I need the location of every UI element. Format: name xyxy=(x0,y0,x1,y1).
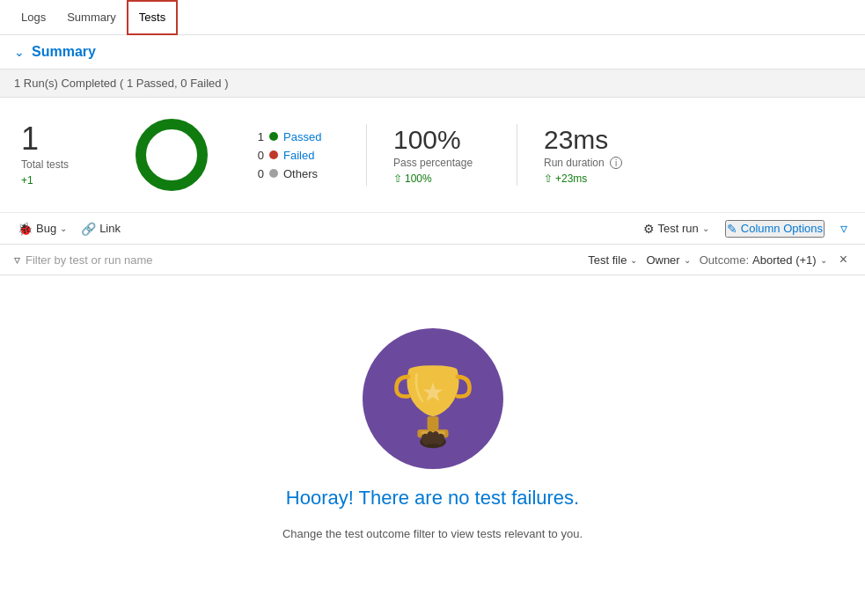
summary-section-header: ⌄ Summary xyxy=(0,35,865,70)
legend-passed: 1 Passed xyxy=(252,130,340,143)
toolbar: 🐞 Bug ⌄ 🔗 Link ⚙ Test run ⌄ ✎ Column Opt… xyxy=(0,213,865,245)
total-tests-label: Total tests xyxy=(21,158,92,171)
others-label[interactable]: Others xyxy=(283,167,318,180)
run-duration-value: 23ms xyxy=(544,125,641,155)
link-label: Link xyxy=(99,222,121,235)
svg-rect-3 xyxy=(427,416,438,429)
owner-dropdown[interactable]: Owner ⌄ xyxy=(646,253,690,267)
toolbar-left: 🐞 Bug ⌄ 🔗 Link xyxy=(14,220,124,238)
legend-block: 1 Passed 0 Failed 0 Others xyxy=(252,130,340,180)
passed-label[interactable]: Passed xyxy=(283,130,321,143)
filter-icon-button[interactable]: ▿ xyxy=(837,218,851,238)
others-dot xyxy=(269,169,278,178)
trophy-illustration xyxy=(363,328,503,469)
outcome-filter[interactable]: Outcome: Aborted (+1) ⌄ xyxy=(700,253,827,267)
summary-title: Summary xyxy=(32,44,96,60)
hooray-text-content: Hooray! There are no test failures. xyxy=(286,487,579,509)
run-delta-value: +23ms xyxy=(555,172,587,185)
filter-placeholder[interactable]: Filter by test or run name xyxy=(26,253,153,267)
tab-summary[interactable]: Summary xyxy=(56,0,127,35)
run-info-bar: 1 Run(s) Completed ( 1 Passed, 0 Failed … xyxy=(0,70,865,98)
column-options-label: Column Options xyxy=(741,222,823,235)
toolbar-right: ⚙ Test run ⌄ ✎ Column Options ▿ xyxy=(640,218,851,238)
vertical-divider-1 xyxy=(366,124,367,186)
filter-bar: ▿ Filter by test or run name Test file ⌄… xyxy=(0,245,865,275)
test-file-chevron-icon: ⌄ xyxy=(630,255,637,265)
stats-section: 1 Total tests +1 1 Passed 0 Failed 0 Oth… xyxy=(0,98,865,213)
chevron-down-icon[interactable]: ⌄ xyxy=(14,45,25,59)
owner-label: Owner xyxy=(646,253,679,267)
pass-percentage-delta: ⇧ 100% xyxy=(393,172,490,185)
passed-count: 1 xyxy=(252,130,264,143)
bug-chevron-icon: ⌄ xyxy=(60,224,67,233)
outcome-label: Outcome: xyxy=(700,253,749,267)
outcome-chevron-icon: ⌄ xyxy=(820,255,827,265)
total-tests-count: 1 xyxy=(21,123,92,155)
run-duration-label: Run duration i xyxy=(544,157,641,170)
sub-message: Change the test outcome filter to view t… xyxy=(282,527,583,540)
test-run-button[interactable]: ⚙ Test run ⌄ xyxy=(640,220,713,238)
trophy-svg xyxy=(385,346,481,451)
filter-input-area: ▿ Filter by test or run name xyxy=(14,253,577,267)
hooray-message: Hooray! There are no test failures. xyxy=(286,487,579,510)
run-info-text: 1 Run(s) Completed ( 1 Passed, 0 Failed … xyxy=(14,77,229,90)
failed-count: 0 xyxy=(252,149,264,162)
run-duration-delta: ⇧ +23ms xyxy=(544,172,641,185)
filter-funnel-icon: ▿ xyxy=(14,253,20,267)
pass-percentage-value: 100% xyxy=(393,125,490,155)
outcome-value: Aborted (+1) xyxy=(752,253,817,267)
column-options-button[interactable]: ✎ Column Options xyxy=(725,220,825,238)
bug-icon: 🐞 xyxy=(18,222,33,236)
run-duration-info-icon[interactable]: i xyxy=(610,157,622,169)
total-tests-block: 1 Total tests +1 xyxy=(21,123,92,187)
vertical-divider-2 xyxy=(517,124,517,186)
test-run-icon: ⚙ xyxy=(643,222,655,236)
link-icon: 🔗 xyxy=(81,222,96,236)
bug-label: Bug xyxy=(36,222,56,235)
test-run-chevron-icon: ⌄ xyxy=(702,224,709,233)
failed-label[interactable]: Failed xyxy=(283,149,314,162)
passed-dot xyxy=(269,132,278,141)
link-button[interactable]: 🔗 Link xyxy=(77,220,124,238)
legend-others: 0 Others xyxy=(252,167,340,180)
column-options-icon: ✎ xyxy=(727,222,737,236)
test-file-label: Test file xyxy=(588,253,627,267)
test-file-dropdown[interactable]: Test file ⌄ xyxy=(588,253,637,267)
run-duration-block: 23ms Run duration i ⇧ +23ms xyxy=(544,125,641,186)
run-delta-arrow-icon: ⇧ xyxy=(544,172,553,185)
pass-delta-value: 100% xyxy=(405,172,432,185)
failed-dot xyxy=(269,150,278,159)
test-run-label: Test run xyxy=(658,222,699,235)
filter-right: Test file ⌄ Owner ⌄ Outcome: Aborted (+1… xyxy=(588,250,851,269)
pass-delta-arrow-icon: ⇧ xyxy=(393,172,402,185)
donut-chart xyxy=(132,115,211,194)
close-filter-button[interactable]: × xyxy=(836,250,851,269)
legend-failed: 0 Failed xyxy=(252,149,340,162)
main-content: Hooray! There are no test failures. Chan… xyxy=(0,275,865,576)
pass-percentage-block: 100% Pass percentage ⇧ 100% xyxy=(393,125,490,185)
tab-logs[interactable]: Logs xyxy=(11,0,56,35)
tab-tests[interactable]: Tests xyxy=(127,0,178,35)
others-count: 0 xyxy=(252,167,264,180)
top-nav: Logs Summary Tests xyxy=(0,0,865,35)
pass-percentage-label: Pass percentage xyxy=(393,157,490,169)
svg-point-1 xyxy=(141,124,202,186)
owner-chevron-icon: ⌄ xyxy=(684,255,691,265)
total-tests-delta: +1 xyxy=(21,174,92,187)
bug-button[interactable]: 🐞 Bug ⌄ xyxy=(14,220,70,238)
